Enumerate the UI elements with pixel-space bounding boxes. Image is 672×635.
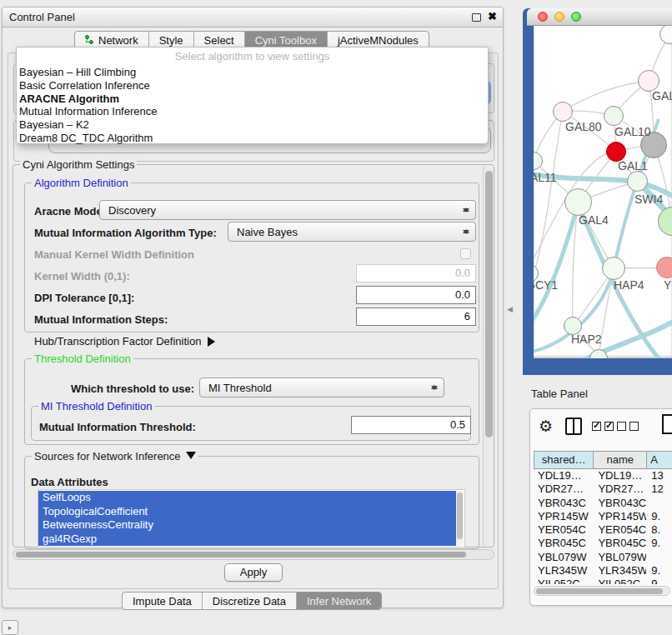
close-traffic-light-icon[interactable] [538, 12, 548, 22]
control-panel-window: Control Panel ✖ Network Style Select Cyn… [2, 7, 504, 608]
attribute-item-selected[interactable]: SelfLoops [38, 491, 456, 505]
control-panel-titlebar: Control Panel ✖ [3, 8, 503, 28]
mi-algorithm-type-select[interactable]: Naive Bayes [228, 222, 476, 242]
network-tab-icon [85, 35, 94, 45]
combo-arrows-icon [462, 204, 469, 216]
dropdown-item[interactable]: Bayesian – Hill Climbing [18, 66, 486, 79]
attribute-item-selected[interactable]: TopologicalCoefficient [38, 505, 456, 519]
collapse-down-icon [186, 452, 196, 464]
control-panel-title: Control Panel [9, 11, 75, 23]
threshold-definition-title: Threshold Definition [32, 352, 133, 365]
node-label-swi4: SWI4 [634, 192, 663, 206]
tab-infer-network-label: Infer Network [307, 595, 371, 608]
dpi-tolerance-field[interactable]: 0.0 [356, 286, 476, 304]
network-window-titlebar[interactable] [527, 8, 672, 26]
table-row[interactable]: YDL19…YDL19…13 [534, 469, 672, 482]
network-canvas[interactable]: GAL GAL80 GAL10 GAL1 GAL11 SWI4 GAL4 GCY… [534, 26, 672, 358]
tab-infer-network[interactable]: Infer Network [297, 592, 381, 609]
network-node-gal10[interactable] [604, 106, 624, 126]
network-node-hap4[interactable] [602, 257, 625, 280]
deselect-all-checkboxes-icon[interactable] [617, 422, 639, 431]
hub-definition-toggle[interactable]: Hub/Transcription Factor Definition [34, 335, 220, 348]
sources-title[interactable]: Sources for Network Inference [32, 450, 198, 464]
collapsed-panel-icon[interactable]: ▸ [2, 620, 18, 635]
dpi-tolerance-label: DPI Tolerance [0,1]: [34, 292, 134, 304]
network-node-salmon[interactable] [656, 257, 672, 278]
node-label-gal11: GAL11 [534, 171, 557, 184]
mi-steps-label: Mutual Information Steps: [34, 313, 168, 326]
dropdown-item[interactable]: Bayesian – K2 [18, 118, 486, 132]
attribute-list-scrollbar[interactable] [456, 491, 464, 546]
dropdown-item-selected[interactable]: ARACNE Algorithm [18, 92, 486, 106]
float-window-icon[interactable] [472, 13, 481, 22]
manual-kernel-width-label: Manual Kernel Width Definition [34, 248, 194, 261]
scrollbar-thumb[interactable] [485, 171, 493, 438]
tab-impute-data[interactable]: Impute Data [123, 592, 203, 609]
which-threshold-select[interactable]: MI Threshold [199, 378, 444, 398]
dropdown-item[interactable]: Mutual Information Inference [18, 105, 486, 118]
table-row[interactable]: YBR045CYBR045C9. [534, 537, 672, 550]
tab-cyni-toolbox-label: Cyni Toolbox [255, 34, 317, 47]
mi-steps-field[interactable]: 6 [356, 308, 476, 326]
table-header-row: shared… name A [534, 451, 672, 469]
which-threshold-label: Which threshold to use: [71, 382, 194, 395]
tab-select[interactable]: Select [194, 32, 245, 48]
tab-jactivemnodules[interactable]: jActiveMNodules [328, 32, 429, 48]
panel-divider-handle[interactable]: ◀ [507, 305, 513, 313]
kernel-width-field[interactable]: 0.0 [356, 264, 476, 282]
columns-icon[interactable] [565, 418, 582, 435]
attribute-item-selected[interactable]: BetweennessCentrality [38, 518, 456, 532]
node-label-gal: GAL [652, 89, 672, 102]
mi-threshold-label: Mutual Information Threshold: [39, 421, 196, 433]
new-table-icon[interactable] [662, 414, 672, 434]
network-view-window[interactable]: GAL GAL80 GAL10 GAL1 GAL11 SWI4 GAL4 GCY… [523, 8, 672, 375]
table-row[interactable]: YIL052CYIL052C9 [534, 578, 672, 584]
gear-icon[interactable]: ⚙ [539, 417, 553, 436]
data-attributes-label: Data Attributes [31, 476, 108, 488]
aracne-mode-label: Aracne Mode: [34, 205, 106, 218]
mi-threshold-field[interactable]: 0.5 [351, 416, 471, 434]
select-all-checkboxes-icon[interactable] [592, 422, 614, 431]
table-horizontal-scrollbar[interactable] [534, 586, 670, 596]
tab-style[interactable]: Style [149, 32, 194, 48]
manual-kernel-width-checkbox[interactable] [460, 248, 471, 259]
data-attributes-list[interactable]: SelfLoops TopologicalCoefficient Between… [38, 489, 465, 548]
apply-button[interactable]: Apply [224, 563, 283, 582]
zoom-traffic-light-icon[interactable] [571, 12, 581, 22]
mi-threshold-title: MI Threshold Definition [38, 400, 154, 412]
node-label-gcy1: GCY1 [534, 278, 558, 292]
settings-vertical-scrollbar[interactable] [483, 166, 494, 546]
dropdown-item[interactable]: Basic Correlation Inference [18, 79, 486, 92]
table-row[interactable]: YBL079WYBL079W [534, 551, 672, 564]
tab-discretize-data[interactable]: Discretize Data [203, 592, 297, 609]
column-header-shared[interactable]: shared… [534, 451, 593, 469]
table-row[interactable]: YER054CYER054C8. [534, 523, 672, 537]
scrollbar-thumb[interactable] [16, 552, 466, 558]
table-panel: ⚙ shared… name A YDL19…YDL19…13 YDR27…YD… [529, 408, 672, 606]
table-panel-toolbar: ⚙ [530, 409, 672, 448]
dropdown-item[interactable]: Dream8 DC_TDC Algorithm [18, 132, 486, 145]
tab-jactivemnodules-label: jActiveMNodules [338, 34, 419, 47]
scrollbar-thumb[interactable] [536, 588, 663, 594]
minimize-traffic-light-icon[interactable] [554, 12, 564, 22]
node-label-y: Y [664, 278, 671, 292]
close-icon[interactable]: ✖ [488, 10, 497, 22]
settings-horizontal-scrollbar[interactable] [13, 549, 494, 560]
aracne-mode-select[interactable]: Discovery [99, 200, 476, 220]
which-threshold-value: MI Threshold [208, 382, 272, 394]
attribute-item-selected[interactable]: gal4RGexp [38, 532, 456, 547]
node-label-hap4: HAP4 [614, 278, 644, 292]
table-row[interactable]: YBR043CYBR043C [534, 497, 672, 510]
aracne-mode-value: Discovery [108, 204, 156, 217]
tab-network[interactable]: Network [75, 32, 149, 48]
column-header-name[interactable]: name [593, 451, 646, 469]
table-row[interactable]: YLR345WYLR345W9. [534, 564, 672, 578]
table-row[interactable]: YDR27…YDR27…12 [534, 482, 672, 496]
column-header-partial[interactable]: A [646, 451, 672, 469]
network-node-swi4[interactable] [627, 171, 648, 192]
network-node-gal80[interactable] [553, 102, 573, 122]
algorithm-dropdown-popup: Select algorithm to view settings Bayesi… [16, 47, 489, 144]
tab-cyni-toolbox[interactable]: Cyni Toolbox [245, 32, 328, 48]
network-node-gal4[interactable] [564, 188, 592, 216]
table-row[interactable]: YPR145WYPR145W9. [534, 510, 672, 523]
